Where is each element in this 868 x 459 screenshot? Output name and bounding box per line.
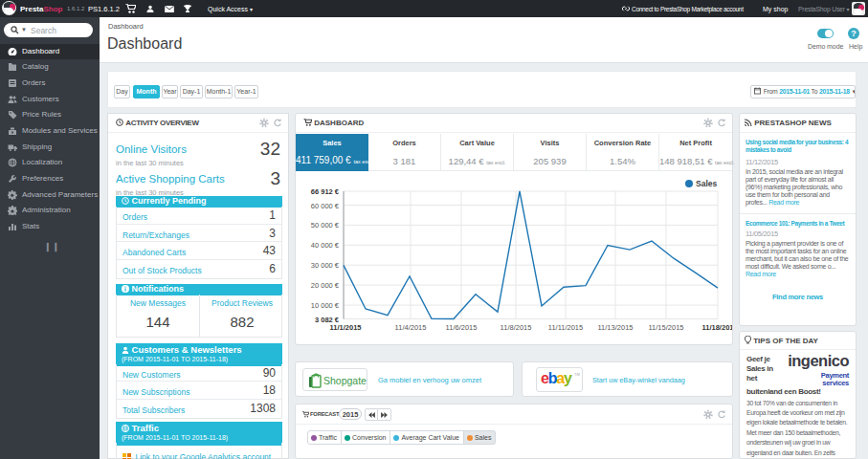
svg-text:11/15/2015: 11/15/2015 [649,323,684,332]
svg-text:60 000 €: 60 000 € [311,202,340,210]
svg-text:10 000 €: 10 000 € [311,301,340,310]
svg-text:11/18/201: 11/18/201 [702,323,732,332]
svg-text:Sales: Sales [696,179,717,188]
svg-text:66 912 €: 66 912 € [311,187,340,196]
svg-text:11/6/2015: 11/6/2015 [446,323,478,332]
svg-text:50 000 €: 50 000 € [311,221,340,230]
svg-text:11/1/2015: 11/1/2015 [330,323,362,332]
svg-text:11/8/2015: 11/8/2015 [501,323,532,332]
svg-text:11/11/2015: 11/11/2015 [548,323,583,332]
svg-text:30 000 €: 30 000 € [311,261,340,270]
svg-text:11/13/2015: 11/13/2015 [598,323,634,332]
svg-text:11/4/2015: 11/4/2015 [395,323,427,332]
svg-text:20 000 €: 20 000 € [311,281,340,290]
svg-text:40 000 €: 40 000 € [311,241,340,250]
